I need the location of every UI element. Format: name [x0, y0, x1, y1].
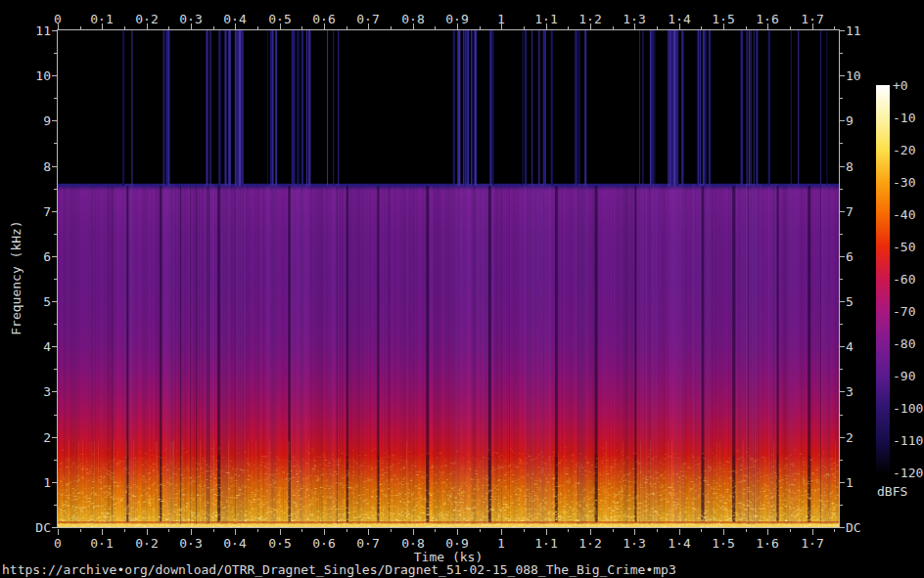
freq-tick-label: 9 — [846, 114, 854, 127]
spectrogram-plot-frame — [57, 29, 840, 528]
freq-tick-label: 7 — [846, 205, 854, 218]
time-tick-label: 0 — [54, 13, 62, 25]
time-tick — [746, 26, 747, 29]
freq-tick — [54, 53, 57, 54]
freq-tick — [840, 437, 845, 438]
freq-tick — [840, 301, 845, 302]
colorbar-tick-label: -60 — [893, 273, 915, 286]
freq-tick — [54, 279, 57, 280]
freq-tick — [54, 234, 57, 235]
time-tick — [568, 529, 569, 532]
colorbar-unit-label: dBFS — [877, 485, 907, 498]
time-tick — [480, 529, 481, 532]
freq-tick-label: 2 — [846, 431, 854, 444]
time-tick-label: 0·7 — [356, 537, 379, 550]
time-tick-label: 0·4 — [223, 537, 246, 550]
spectrogram-canvas — [58, 30, 839, 527]
time-tick-label: 0·5 — [268, 537, 291, 550]
freq-tick — [840, 460, 843, 461]
freq-tick-label: 10 — [8, 69, 51, 82]
time-tick — [80, 529, 81, 532]
freq-tick — [840, 279, 843, 280]
freq-tick — [840, 527, 845, 528]
time-tick-label: 0·7 — [356, 13, 379, 25]
freq-tick — [52, 346, 57, 347]
time-tick — [590, 529, 591, 535]
time-tick — [213, 26, 214, 29]
time-tick — [235, 529, 236, 535]
time-tick-label: 1·5 — [712, 13, 734, 25]
freq-tick — [840, 30, 845, 31]
colorbar-tick-label: -70 — [893, 305, 915, 318]
time-tick-label: 1 — [497, 13, 505, 25]
freq-tick — [52, 120, 57, 121]
spectrogram-screen: 00·10·20·30·40·50·60·70·80·911·11·21·31·… — [0, 0, 924, 578]
freq-tick — [840, 120, 845, 121]
colorbar-tick-label: -90 — [893, 370, 915, 382]
source-url-caption: https://archive•org/download/OTRR_Dragne… — [2, 563, 676, 576]
freq-tick-label: 2 — [8, 431, 51, 444]
freq-tick-label: DC — [846, 521, 861, 534]
time-tick — [546, 529, 547, 535]
time-tick — [480, 26, 481, 29]
colorbar-tick-label: -120 — [893, 467, 923, 479]
freq-tick-label: 7 — [8, 205, 51, 218]
time-tick — [834, 26, 835, 29]
time-tick — [701, 26, 702, 29]
freq-tick-label: 6 — [846, 250, 854, 263]
time-tick-label: 1·4 — [668, 13, 690, 25]
time-tick — [723, 529, 724, 535]
freq-tick — [840, 391, 845, 392]
freq-tick — [840, 234, 843, 235]
freq-tick — [52, 211, 57, 212]
freq-tick-label: 4 — [846, 340, 854, 353]
freq-tick — [840, 369, 843, 370]
freq-tick — [54, 143, 57, 144]
time-tick — [524, 529, 525, 532]
time-tick — [102, 529, 103, 535]
time-tick — [634, 529, 635, 535]
colorbar-tick-label: +0 — [893, 79, 908, 92]
time-tick — [701, 529, 702, 532]
time-tick-label: 1·7 — [801, 13, 823, 25]
freq-tick-label: DC — [8, 521, 51, 534]
colorbar-tick-label: -10 — [893, 111, 915, 124]
time-tick-label: 0·1 — [90, 537, 113, 550]
time-tick — [124, 529, 125, 532]
time-tick-label: 0·4 — [223, 13, 246, 25]
time-tick — [790, 26, 791, 29]
colorbar-tick-label: -20 — [893, 144, 915, 156]
time-tick — [679, 529, 680, 535]
freq-tick-label: 3 — [8, 385, 51, 398]
freq-tick — [52, 75, 57, 76]
freq-tick — [54, 189, 57, 190]
time-tick — [124, 26, 125, 29]
time-tick — [501, 529, 502, 535]
time-tick — [391, 529, 392, 532]
freq-tick-label: 1 — [8, 476, 51, 489]
time-tick-label: 1·2 — [578, 13, 601, 25]
freq-tick — [840, 482, 845, 483]
time-tick — [191, 529, 192, 535]
freq-tick-label: 11 — [8, 24, 51, 37]
time-tick-label: 1·7 — [801, 537, 823, 550]
time-tick — [613, 26, 614, 29]
time-tick — [168, 26, 169, 29]
time-tick — [168, 529, 169, 532]
freq-tick-label: 4 — [8, 340, 51, 353]
freq-tick — [54, 369, 57, 370]
freq-tick — [52, 301, 57, 302]
freq-tick — [52, 527, 57, 528]
time-tick — [812, 529, 813, 535]
time-tick-label: 0 — [54, 537, 62, 550]
time-tick-label: 1·5 — [712, 537, 734, 550]
time-tick-label: 1·4 — [668, 537, 690, 550]
freq-tick — [52, 166, 57, 167]
time-tick-label: 1·6 — [756, 537, 778, 550]
freq-tick — [52, 391, 57, 392]
freq-tick — [840, 143, 843, 144]
freq-tick — [52, 30, 57, 31]
frequency-axis-title: Frequency (kHz) — [10, 220, 23, 334]
time-tick — [257, 529, 258, 532]
time-tick-label: 0·3 — [179, 13, 202, 25]
